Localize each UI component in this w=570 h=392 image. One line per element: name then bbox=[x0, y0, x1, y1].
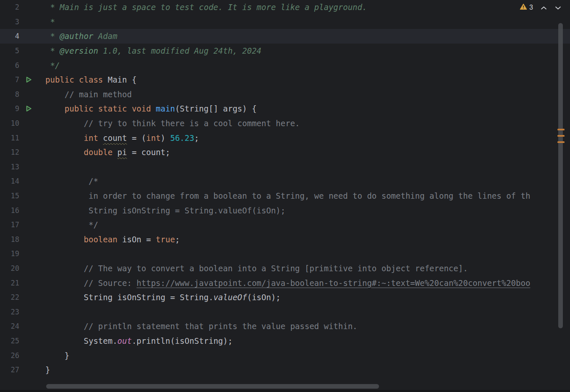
code-line[interactable]: 19 bbox=[0, 247, 570, 261]
code-line[interactable]: 8 // main method bbox=[0, 87, 570, 102]
code-lines: 2 * Main is just a space to test code. I… bbox=[0, 0, 570, 377]
line-number[interactable]: 4 bbox=[0, 32, 22, 40]
code-text: public class Main { bbox=[45, 75, 136, 84]
line-number[interactable]: 3 bbox=[0, 18, 22, 26]
run-icon[interactable] bbox=[22, 105, 45, 112]
code-line[interactable]: 15 in order to change from a boolean to … bbox=[0, 189, 570, 203]
chevron-down-icon bbox=[555, 4, 561, 12]
vertical-scrollbar-thumb[interactable] bbox=[558, 23, 563, 328]
code-line[interactable]: 21 // Source: https://www.javatpoint.com… bbox=[0, 275, 570, 290]
line-number[interactable]: 8 bbox=[0, 90, 22, 99]
code-text: in order to change from a boolean to a S… bbox=[45, 191, 530, 200]
line-number[interactable]: 2 bbox=[0, 3, 22, 11]
code-line[interactable]: 13 bbox=[0, 160, 570, 174]
code-line[interactable]: 14 /* bbox=[0, 174, 570, 189]
code-text: String isOnString = String.valueOf(isOn)… bbox=[45, 206, 285, 215]
horizontal-scrollbar[interactable] bbox=[45, 384, 562, 389]
line-number[interactable]: 21 bbox=[0, 279, 22, 287]
chevron-up-icon bbox=[541, 4, 547, 12]
code-line[interactable]: 7public class Main { bbox=[0, 73, 570, 87]
code-text: // try to think there is a cool comment … bbox=[45, 119, 300, 128]
line-number[interactable]: 23 bbox=[0, 308, 22, 316]
code-line[interactable]: 4 * @author Adam bbox=[0, 29, 570, 44]
line-number[interactable]: 20 bbox=[0, 264, 22, 273]
warning-stripe-mark[interactable] bbox=[557, 135, 565, 137]
inspections-widget[interactable]: 3 bbox=[518, 3, 563, 13]
code-text: public static void main(String[] args) { bbox=[45, 104, 256, 113]
status-bar-edge bbox=[0, 390, 570, 392]
code-line[interactable]: 2 * Main is just a space to test code. I… bbox=[0, 0, 570, 15]
code-line[interactable]: 5 * @version 1.0, last modified Aug 24th… bbox=[0, 44, 570, 58]
code-text: * @author Adam bbox=[45, 31, 118, 41]
code-text: // println statement that prints the val… bbox=[45, 322, 358, 331]
warning-stripe-mark[interactable] bbox=[557, 141, 565, 143]
next-warning-button[interactable] bbox=[552, 3, 563, 12]
line-number[interactable]: 24 bbox=[0, 322, 22, 330]
line-number[interactable]: 16 bbox=[0, 206, 22, 215]
line-number[interactable]: 18 bbox=[0, 235, 22, 244]
run-icon[interactable] bbox=[22, 76, 45, 83]
code-text: System.out.println(isOnString); bbox=[45, 336, 233, 345]
code-text: * @version 1.0, last modified Aug 24th, … bbox=[45, 46, 261, 55]
code-line[interactable]: 20 // The way to convert a boolean into … bbox=[0, 261, 570, 276]
line-number[interactable]: 19 bbox=[0, 249, 22, 258]
line-number[interactable]: 14 bbox=[0, 177, 22, 185]
previous-warning-button[interactable] bbox=[538, 3, 549, 12]
code-line[interactable]: 11 int count = (int) 56.23; bbox=[0, 130, 570, 145]
code-line[interactable]: 12 double pi = count; bbox=[0, 145, 570, 160]
code-text: // Source: https://www.javatpoint.com/ja… bbox=[45, 278, 530, 288]
line-number[interactable]: 12 bbox=[0, 148, 22, 156]
warning-stripe-mark[interactable] bbox=[557, 129, 565, 130]
line-number[interactable]: 11 bbox=[0, 134, 22, 142]
code-line[interactable]: 17 */ bbox=[0, 218, 570, 232]
code-line[interactable]: 24 // println statement that prints the … bbox=[0, 319, 570, 334]
code-line[interactable]: 16 String isOnString = String.valueOf(is… bbox=[0, 203, 570, 218]
line-number[interactable]: 6 bbox=[0, 61, 22, 70]
code-line[interactable]: 6 */ bbox=[0, 58, 570, 73]
line-number[interactable]: 15 bbox=[0, 192, 22, 200]
line-number[interactable]: 9 bbox=[0, 104, 22, 113]
line-number[interactable]: 17 bbox=[0, 221, 22, 229]
code-text: int count = (int) 56.23; bbox=[45, 133, 199, 143]
code-text: // main method bbox=[45, 90, 132, 99]
code-text: /* bbox=[45, 177, 98, 186]
code-editor[interactable]: 2 * Main is just a space to test code. I… bbox=[0, 0, 570, 392]
code-line[interactable]: 22 String isOnString = String.valueOf(is… bbox=[0, 290, 570, 305]
code-line[interactable]: 23 bbox=[0, 304, 570, 319]
horizontal-scrollbar-thumb[interactable] bbox=[46, 384, 379, 389]
code-line[interactable]: 18 boolean isOn = true; bbox=[0, 232, 570, 247]
code-text: double pi = count; bbox=[45, 148, 170, 157]
line-number[interactable]: 27 bbox=[0, 366, 22, 374]
code-text: // The way to convert a boolean into a S… bbox=[45, 264, 468, 273]
code-text: boolean isOn = true; bbox=[45, 235, 180, 244]
line-number[interactable]: 10 bbox=[0, 119, 22, 127]
line-number[interactable]: 22 bbox=[0, 293, 22, 301]
line-number[interactable]: 13 bbox=[0, 163, 22, 171]
code-line[interactable]: 3 * bbox=[0, 15, 570, 29]
warnings-indicator[interactable]: 3 bbox=[518, 3, 535, 13]
warning-icon bbox=[520, 3, 527, 12]
code-text: } bbox=[45, 365, 50, 374]
vertical-scrollbar[interactable] bbox=[558, 23, 563, 328]
line-number[interactable]: 25 bbox=[0, 337, 22, 345]
code-text: * bbox=[45, 17, 55, 26]
code-text: } bbox=[45, 351, 69, 360]
code-line[interactable]: 9 public static void main(String[] args)… bbox=[0, 101, 570, 116]
code-text: * Main is just a space to test code. It … bbox=[45, 3, 367, 12]
code-line[interactable]: 10 // try to think there is a cool comme… bbox=[0, 116, 570, 131]
line-number[interactable]: 5 bbox=[0, 47, 22, 55]
code-line[interactable]: 27} bbox=[0, 363, 570, 377]
code-line[interactable]: 26 } bbox=[0, 348, 570, 363]
code-text: String isOnString = String.valueOf(isOn)… bbox=[45, 293, 281, 302]
code-text: */ bbox=[45, 61, 60, 70]
warning-count: 3 bbox=[529, 4, 533, 11]
line-number[interactable]: 7 bbox=[0, 75, 22, 84]
code-text: */ bbox=[45, 220, 98, 229]
code-line[interactable]: 25 System.out.println(isOnString); bbox=[0, 334, 570, 348]
line-number[interactable]: 26 bbox=[0, 351, 22, 360]
